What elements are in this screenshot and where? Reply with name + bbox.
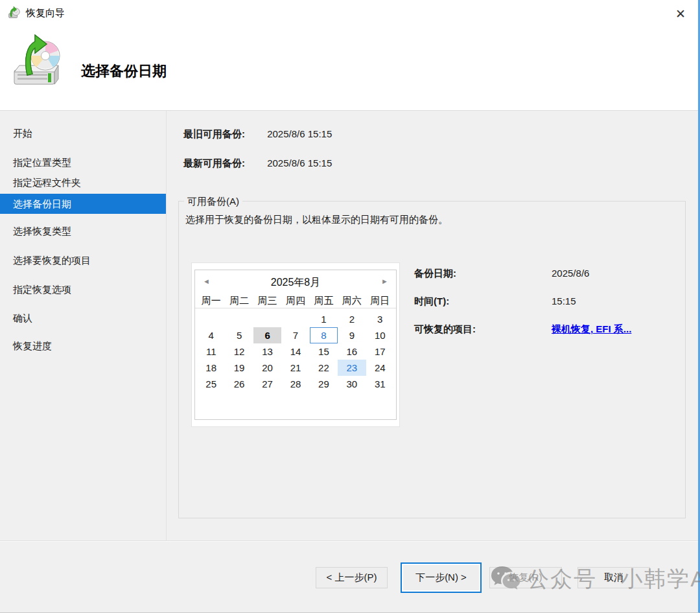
calendar-date-cell[interactable]: 10: [366, 327, 394, 343]
calendar-date-cell[interactable]: 24: [366, 360, 394, 376]
calendar-date-cell[interactable]: 13: [253, 343, 281, 360]
oldest-backup-value: 2025/8/6 15:15: [267, 128, 332, 139]
sidebar-item[interactable]: 选择备份日期: [0, 194, 166, 214]
sidebar-item[interactable]: 恢复进度: [0, 340, 166, 353]
calendar-date-cell[interactable]: 5: [225, 327, 253, 343]
sidebar-item[interactable]: 指定远程文件夹: [0, 176, 166, 189]
calendar-date-cell[interactable]: 18: [197, 360, 225, 376]
backup-drive-icon: [10, 34, 65, 93]
calendar-date-cell[interactable]: 3: [366, 311, 394, 327]
calendar-date-cell[interactable]: 28: [281, 376, 309, 392]
backup-app-icon: [7, 6, 21, 20]
detail-label: 备份日期:: [414, 268, 552, 280]
calendar-date-cell[interactable]: 14: [281, 343, 309, 360]
oldest-backup-row: 最旧可用备份: 2025/8/6 15:15: [183, 128, 332, 141]
calendar-day-headers: 周一周二周三周四周五周六周日: [195, 294, 396, 308]
detail-label: 时间(T):: [414, 295, 552, 308]
calendar-date-cell[interactable]: 1: [310, 311, 338, 327]
calendar-day-header: 周日: [366, 294, 394, 308]
available-backups-groupbox: 可用备份(A) 选择用于恢复的备份日期，以粗体显示的日期有可用的备份。 ◄ 20…: [178, 201, 686, 518]
newest-backup-label: 最新可用备份:: [183, 157, 264, 170]
detail-row: 备份日期:2025/8/6: [414, 268, 631, 280]
calendar-date-cell[interactable]: 6: [253, 327, 281, 343]
sidebar-item[interactable]: 指定恢复选项: [0, 283, 166, 296]
calendar-empty-cell: [197, 311, 225, 327]
calendar-empty-cell: [281, 311, 309, 327]
sidebar-item[interactable]: 指定位置类型: [0, 156, 166, 169]
calendar-date-cell[interactable]: 27: [253, 376, 281, 392]
calendar-date-cell[interactable]: 30: [338, 376, 366, 392]
calendar-date-cell[interactable]: 21: [281, 360, 309, 376]
detail-value: 15:15: [552, 295, 576, 308]
calendar-header: ◄ 2025年8月 ►: [195, 270, 396, 294]
recovery-wizard-window: 恢复向导 ✕ 选择备份日期 开始指定位置类型指定远程文件夹选择备份日期选择恢复类…: [0, 0, 700, 613]
detail-row: 时间(T):15:15: [414, 295, 631, 308]
calendar-day-header: 周六: [338, 294, 366, 308]
next-button[interactable]: 下一步(N) >: [401, 562, 482, 593]
calendar-week-row: 25262728293031: [197, 376, 394, 392]
calendar-date-cell[interactable]: 15: [310, 343, 338, 360]
calendar-date-cell[interactable]: 23: [338, 360, 366, 376]
calendar-week-row: 11121314151617: [197, 343, 394, 360]
calendar-date-cell[interactable]: 22: [310, 360, 338, 376]
sidebar-item[interactable]: 开始: [0, 127, 166, 140]
calendar-week-row: 18192021222324: [197, 360, 394, 376]
calendar-day-header: 周四: [281, 294, 309, 308]
detail-row: 可恢复的项目:裸机恢复, EFI 系...: [414, 323, 631, 336]
sidebar-item[interactable]: 选择要恢复的项目: [0, 254, 166, 267]
calendar-date-cell[interactable]: 4: [197, 327, 225, 343]
calendar-day-header: 周三: [253, 294, 281, 308]
calendar-grid: 1234567891011121314151617181920212223242…: [195, 308, 396, 392]
calendar-date-cell[interactable]: 17: [366, 343, 394, 360]
detail-value: 2025/8/6: [552, 268, 589, 280]
sidebar-item[interactable]: 确认: [0, 312, 166, 325]
calendar-date-cell[interactable]: 19: [225, 360, 253, 376]
restore-button[interactable]: 恢复(R): [489, 567, 562, 588]
calendar-date-cell[interactable]: 31: [366, 376, 394, 392]
page-title: 选择备份日期: [81, 62, 167, 81]
calendar-day-header: 周二: [225, 294, 253, 308]
backup-details: 备份日期:2025/8/6时间(T):15:15可恢复的项目:裸机恢复, EFI…: [414, 268, 631, 351]
calendar-date-cell[interactable]: 20: [253, 360, 281, 376]
titlebar: 恢复向导 ✕: [0, 0, 698, 26]
oldest-backup-label: 最旧可用备份:: [183, 128, 264, 141]
calendar-day-header: 周一: [197, 294, 225, 308]
calendar-week-row: 45678910: [197, 327, 394, 343]
sidebar-item[interactable]: 选择恢复类型: [0, 225, 166, 238]
window-title: 恢复向导: [26, 7, 65, 19]
calendar-date-cell[interactable]: 16: [338, 343, 366, 360]
cancel-button[interactable]: 取消: [578, 567, 650, 588]
calendar[interactable]: ◄ 2025年8月 ► 周一周二周三周四周五周六周日 1234567891011…: [194, 270, 397, 420]
calendar-date-cell[interactable]: 8: [310, 327, 338, 343]
calendar-empty-cell: [225, 311, 253, 327]
footer-bar: < 上一步(P) 下一步(N) > 恢复(R) 取消: [0, 541, 698, 612]
calendar-date-cell[interactable]: 26: [225, 376, 253, 392]
groupbox-legend: 可用备份(A): [184, 196, 242, 208]
calendar-date-cell[interactable]: 25: [197, 376, 225, 392]
previous-button[interactable]: < 上一步(P): [316, 567, 388, 588]
wizard-header: 选择备份日期: [0, 26, 698, 111]
calendar-date-cell[interactable]: 12: [225, 343, 253, 360]
detail-label: 可恢复的项目:: [414, 323, 552, 336]
calendar-empty-cell: [253, 311, 281, 327]
sidebar: 开始指定位置类型指定远程文件夹选择备份日期选择恢复类型选择要恢复的项目指定恢复选…: [0, 111, 167, 542]
calendar-panel: ◄ 2025年8月 ► 周一周二周三周四周五周六周日 1234567891011…: [191, 262, 400, 427]
calendar-date-cell[interactable]: 7: [281, 327, 309, 343]
recoverable-items-link[interactable]: 裸机恢复, EFI 系...: [552, 323, 631, 336]
newest-backup-row: 最新可用备份: 2025/8/6 15:15: [183, 157, 332, 170]
calendar-date-cell[interactable]: 29: [310, 376, 338, 392]
calendar-date-cell[interactable]: 2: [338, 311, 366, 327]
calendar-date-cell[interactable]: 9: [338, 327, 366, 343]
calendar-day-header: 周五: [310, 294, 338, 308]
newest-backup-value: 2025/8/6 15:15: [267, 157, 332, 168]
calendar-week-row: 123: [197, 311, 394, 327]
calendar-month-title: 2025年8月: [195, 276, 396, 290]
groupbox-description: 选择用于恢复的备份日期，以粗体显示的日期有可用的备份。: [185, 214, 448, 226]
calendar-next-icon[interactable]: ►: [381, 277, 388, 285]
close-icon[interactable]: ✕: [671, 4, 690, 23]
calendar-date-cell[interactable]: 11: [197, 343, 225, 360]
